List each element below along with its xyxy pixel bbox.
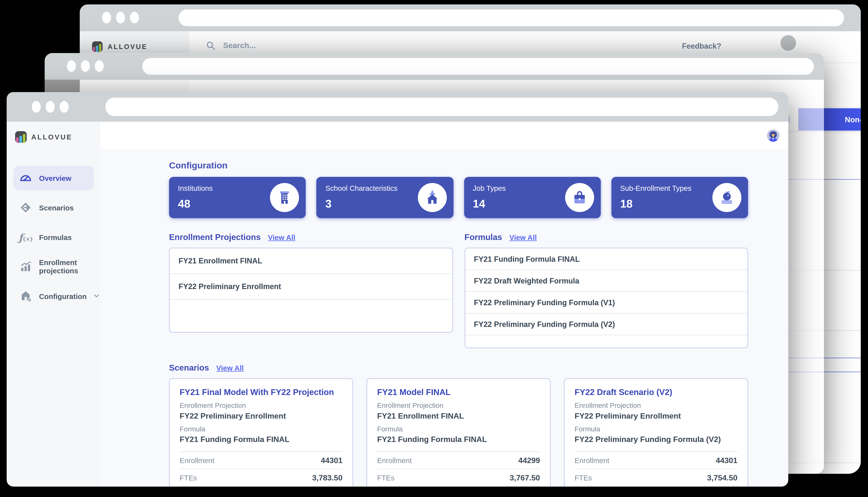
config-card-institutions[interactable]: Institutions 48 bbox=[169, 177, 306, 218]
brand-text: ALLOVUE bbox=[31, 133, 72, 141]
formulas-section: Formulas View All FY21 Funding Formula F… bbox=[464, 218, 748, 348]
back-traffic-lights[interactable] bbox=[102, 12, 139, 24]
zoom-window-icon[interactable] bbox=[60, 101, 69, 113]
sidebar-item-overview[interactable]: Overview bbox=[13, 166, 94, 190]
enrollment-projections-heading: Enrollment Projections bbox=[169, 232, 261, 242]
scenario-card[interactable]: FY22 Draft Scenario (V2) Enrollment Proj… bbox=[564, 378, 748, 486]
front-url-bar[interactable] bbox=[105, 98, 778, 116]
middle-url-bar[interactable] bbox=[142, 58, 814, 75]
stat-label: FTEs bbox=[575, 473, 592, 482]
bar-chart-icon bbox=[18, 260, 33, 273]
stat-value: 3,754.50 bbox=[707, 473, 737, 482]
list-item[interactable]: FY22 Draft Weighted Formula bbox=[465, 270, 748, 292]
stat-label: FTEs bbox=[377, 473, 394, 482]
list-item[interactable]: FY21 Funding Formula FINAL bbox=[465, 248, 748, 270]
stat-label: FTEs bbox=[179, 473, 197, 482]
allovue-logo-icon bbox=[92, 41, 103, 52]
field-label: Formula bbox=[377, 425, 540, 433]
stat-label: Enrollment bbox=[575, 456, 609, 465]
config-card-sub-enrollment-types[interactable]: Sub-Enrollment Types 18 bbox=[611, 177, 748, 218]
minimize-window-icon[interactable] bbox=[116, 12, 125, 24]
stat-label: Enrollment bbox=[179, 456, 214, 465]
enrollment-projections-list: FY21 Enrollment FINAL FY22 Preliminary E… bbox=[169, 248, 453, 332]
field-value: FY22 Preliminary Funding Formula (V2) bbox=[575, 435, 737, 444]
field-value: FY21 Funding Formula FINAL bbox=[179, 435, 342, 444]
scenario-cards: FY21 Final Model With FY22 Projection En… bbox=[169, 378, 748, 486]
list-item[interactable]: FY22 Preliminary Enrollment bbox=[170, 274, 452, 300]
sidebar-item-enrollment-projections[interactable]: Enrollment projections bbox=[13, 255, 94, 279]
allovue-logo-icon bbox=[15, 131, 27, 143]
sidebar-item-scenarios[interactable]: Scenarios bbox=[13, 195, 94, 220]
stat-row: FTEs 3,783.50 bbox=[179, 469, 342, 487]
user-avatar[interactable] bbox=[767, 129, 779, 142]
configuration-heading: Configuration bbox=[169, 161, 228, 171]
chevron-down-icon bbox=[93, 292, 100, 300]
scenario-title: FY21 Final Model With FY22 Projection bbox=[179, 387, 342, 397]
list-item[interactable]: FY22 Preliminary Funding Formula (V2) bbox=[465, 314, 748, 336]
building-icon bbox=[270, 183, 299, 212]
view-all-link[interactable]: View All bbox=[268, 233, 295, 241]
stat-row: Enrollment 44301 bbox=[179, 452, 342, 469]
close-window-icon[interactable] bbox=[32, 101, 41, 113]
front-titlebar bbox=[6, 92, 788, 122]
gauge-icon bbox=[18, 171, 33, 185]
sidebar: ALLOVUE Overview bbox=[6, 122, 101, 487]
field-label: Formula bbox=[179, 425, 342, 433]
stat-row: Enrollment 44299 bbox=[377, 452, 540, 469]
list-item[interactable]: FY21 Enrollment FINAL bbox=[170, 248, 452, 274]
feedback-link[interactable]: Feedback? bbox=[682, 42, 721, 50]
main-body: Configuration Institutions 48 bbox=[100, 150, 788, 487]
field-value: FY22 Preliminary Enrollment bbox=[575, 411, 737, 420]
field-value: FY21 Enrollment FINAL bbox=[377, 411, 540, 420]
search-icon bbox=[206, 41, 215, 50]
minimize-window-icon[interactable] bbox=[46, 101, 55, 113]
close-window-icon[interactable] bbox=[102, 12, 111, 24]
middle-traffic-lights[interactable] bbox=[67, 60, 104, 72]
brand: ALLOVUE bbox=[6, 122, 100, 143]
sidebar-item-formulas[interactable]: ƒ(×) Formulas bbox=[13, 225, 94, 250]
desktop: ALLOVUE Home Feedback? Central Elementar… bbox=[0, 0, 868, 497]
zoom-window-icon[interactable] bbox=[130, 12, 139, 24]
scenario-card[interactable]: FY21 Final Model With FY22 Projection En… bbox=[169, 378, 353, 486]
back-avatar[interactable] bbox=[781, 35, 796, 51]
scenarios-icon bbox=[18, 201, 33, 214]
back-search[interactable] bbox=[206, 40, 347, 50]
scenario-title: FY21 Model FINAL bbox=[377, 387, 540, 397]
scenario-title: FY22 Draft Scenario (V2) bbox=[575, 387, 737, 397]
back-brand-text: ALLOVUE bbox=[107, 43, 147, 51]
stat-value: 3,767.50 bbox=[509, 473, 540, 482]
view-all-link[interactable]: View All bbox=[509, 233, 537, 241]
main-header bbox=[100, 122, 788, 150]
apple-book-icon bbox=[712, 183, 741, 212]
formulas-heading: Formulas bbox=[464, 232, 502, 242]
schoolhouse-icon bbox=[417, 183, 446, 212]
formula-icon: ƒ(×) bbox=[18, 231, 33, 243]
search-input[interactable] bbox=[222, 40, 347, 50]
field-value: FY22 Preliminary Enrollment bbox=[179, 411, 342, 420]
minimize-window-icon[interactable] bbox=[81, 60, 90, 72]
field-label: Enrollment Projection bbox=[575, 402, 737, 410]
zoom-window-icon[interactable] bbox=[95, 60, 104, 72]
list-item[interactable]: FY22 Preliminary Funding Formula (V1) bbox=[465, 292, 748, 313]
formulas-list: FY21 Funding Formula FINAL FY22 Draft We… bbox=[464, 248, 748, 348]
main: Configuration Institutions 48 bbox=[100, 122, 788, 487]
window-front: ALLOVUE Overview bbox=[6, 92, 788, 487]
close-window-icon[interactable] bbox=[67, 60, 76, 72]
stat-row: Enrollment 44301 bbox=[575, 452, 737, 469]
scenario-card[interactable]: FY21 Model FINAL Enrollment Projection F… bbox=[366, 378, 551, 486]
front-traffic-lights[interactable] bbox=[32, 101, 69, 113]
config-card-school-characteristics[interactable]: School Characteristics 3 bbox=[317, 177, 453, 218]
back-url-bar[interactable] bbox=[178, 10, 844, 26]
stat-label: Enrollment bbox=[377, 456, 412, 465]
stat-row: FTEs 3,754.50 bbox=[575, 469, 737, 487]
sidebar-item-label: Formulas bbox=[39, 233, 72, 241]
sidebar-item-configuration[interactable]: Configuration bbox=[13, 284, 94, 309]
view-all-link[interactable]: View All bbox=[216, 364, 244, 372]
config-card-job-types[interactable]: Job Types 14 bbox=[464, 177, 601, 218]
enrollment-projections-section: Enrollment Projections View All FY21 Enr… bbox=[169, 218, 453, 348]
stat-value: 44301 bbox=[321, 456, 343, 465]
briefcase-icon bbox=[565, 183, 594, 212]
middle-titlebar bbox=[45, 53, 824, 80]
sidebar-item-label: Overview bbox=[39, 174, 71, 182]
field-label: Enrollment Projection bbox=[377, 402, 540, 410]
